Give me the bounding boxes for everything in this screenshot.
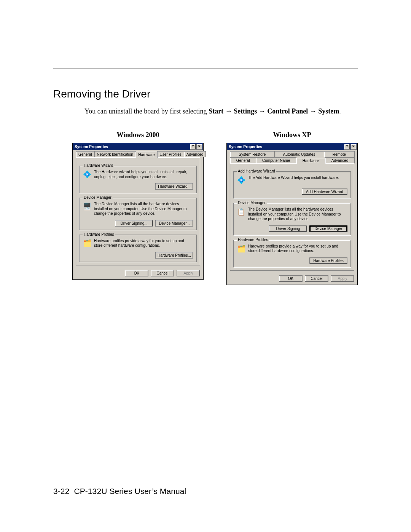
hardware-wizard-group: Hardware Wizard 💠 The Hardware wizard he… bbox=[79, 166, 197, 193]
manual-title: CP-132U Series User’s Manual bbox=[74, 487, 186, 495]
hardware-profiles-text: Hardware profiles provide a way for you … bbox=[94, 239, 193, 248]
btn-label: Driver Signing bbox=[276, 227, 300, 231]
btn-label: Hardware Wizard... bbox=[158, 184, 191, 189]
driver-signing-button[interactable]: Driver Signing... bbox=[115, 220, 153, 227]
group-label: Hardware Profiles bbox=[83, 232, 115, 236]
intro-before: You can uninstall the board by first sel… bbox=[84, 107, 209, 115]
btn-label: Cancel bbox=[156, 271, 168, 275]
tab-automatic-updates[interactable]: Automatic Updates bbox=[274, 151, 324, 157]
window-title: System Properties bbox=[229, 145, 262, 149]
tab-user-profiles[interactable]: User Profiles bbox=[157, 151, 184, 157]
btn-label: Device Manager bbox=[315, 227, 342, 231]
page-footer: 3-22 CP-132U Series User’s Manual bbox=[53, 487, 186, 496]
help-button[interactable]: ? bbox=[190, 144, 196, 150]
add-hardware-wizard-icon: 💠 bbox=[237, 176, 246, 185]
group-label: Hardware Profiles bbox=[237, 238, 269, 242]
device-manager-icon: 📋 bbox=[237, 207, 246, 216]
hardware-profiles-text: Hardware profiles provide a way for you … bbox=[248, 244, 347, 254]
tab-computer-name[interactable]: Computer Name bbox=[256, 157, 296, 163]
apply-button[interactable]: Apply bbox=[177, 270, 200, 276]
device-manager-text: The Device Manager lists all the hardwar… bbox=[248, 207, 347, 222]
label-windows-xp: Windows XP bbox=[226, 131, 358, 139]
btn-label: Add Hardware Wizard bbox=[306, 190, 343, 194]
page-number: 3-22 bbox=[53, 487, 69, 495]
add-hardware-wizard-text: The Add Hardware Wizard helps you instal… bbox=[248, 176, 339, 185]
btn-label: Hardware Profiles... bbox=[158, 253, 191, 257]
driver-signing-button[interactable]: Driver Signing bbox=[269, 225, 307, 232]
ok-button[interactable]: OK bbox=[125, 270, 148, 276]
btn-label: Cancel bbox=[311, 276, 322, 281]
tab-remote[interactable]: Remote bbox=[324, 151, 355, 157]
hardware-profiles-icon: 🗂️ bbox=[83, 239, 92, 248]
tab-advanced[interactable]: Advanced bbox=[325, 157, 355, 163]
device-manager-button[interactable]: Device Manager bbox=[309, 225, 347, 232]
arrow-icon: → bbox=[259, 107, 268, 115]
add-hardware-wizard-group: Add Hardware Wizard 💠 The Add Hardware W… bbox=[233, 171, 351, 198]
nav-start: Start bbox=[209, 107, 223, 115]
close-button[interactable]: ✕ bbox=[350, 144, 357, 150]
cancel-button[interactable]: Cancel bbox=[305, 275, 328, 282]
hardware-wizard-button[interactable]: Hardware Wizard... bbox=[155, 183, 193, 190]
hardware-profiles-group: Hardware Profiles 🗂️ Hardware profiles p… bbox=[233, 240, 351, 267]
group-label: Hardware Wizard bbox=[83, 163, 114, 168]
page-rule bbox=[53, 69, 358, 69]
tab-hardware[interactable]: Hardware bbox=[135, 152, 157, 158]
close-button[interactable]: ✕ bbox=[196, 144, 202, 150]
device-manager-icon: 🖥️ bbox=[83, 202, 92, 211]
hardware-profiles-button[interactable]: Hardware Profiles... bbox=[155, 252, 193, 259]
titlebar: System Properties ? ✕ bbox=[227, 143, 357, 150]
btn-label: Driver Signing... bbox=[120, 221, 147, 225]
tab-network-identification[interactable]: Network Identification bbox=[94, 151, 136, 157]
add-hardware-wizard-button[interactable]: Add Hardware Wizard bbox=[302, 189, 347, 195]
intro-paragraph: You can uninstall the board by first sel… bbox=[84, 107, 358, 116]
cancel-button[interactable]: Cancel bbox=[151, 270, 174, 276]
arrow-icon: → bbox=[310, 107, 319, 115]
section-title: Removing the Driver bbox=[53, 88, 358, 100]
hardware-profiles-group: Hardware Profiles 🗂️ Hardware profiles p… bbox=[79, 235, 197, 262]
device-manager-group: Device Manager 🖥️ The Device Manager lis… bbox=[79, 198, 197, 230]
device-manager-button[interactable]: Device Manager... bbox=[155, 220, 193, 227]
intro-period: . bbox=[339, 107, 341, 115]
label-windows-2000: Windows 2000 bbox=[72, 131, 204, 139]
hardware-tab-panel: Add Hardware Wizard 💠 The Add Hardware W… bbox=[230, 163, 354, 271]
hardware-wizard-text: The Hardware wizard helps you install, u… bbox=[94, 170, 193, 179]
apply-button[interactable]: Apply bbox=[331, 275, 354, 282]
group-label: Add Hardware Wizard bbox=[237, 169, 276, 173]
ok-button[interactable]: OK bbox=[279, 275, 303, 282]
tab-advanced[interactable]: Advanced bbox=[184, 151, 206, 157]
btn-label: Device Manager... bbox=[159, 221, 190, 225]
tab-general[interactable]: General bbox=[230, 157, 256, 163]
btn-label: Hardware Profiles bbox=[313, 259, 343, 263]
tab-system-restore[interactable]: System Restore bbox=[230, 151, 275, 157]
help-button[interactable]: ? bbox=[344, 144, 350, 150]
nav-system: System bbox=[318, 107, 339, 115]
nav-settings: Settings bbox=[234, 107, 257, 115]
device-manager-text: The Device Manager lists all the hardwar… bbox=[94, 202, 193, 216]
btn-label: OK bbox=[134, 271, 139, 275]
hardware-tab-panel: Hardware Wizard 💠 The Hardware wizard he… bbox=[76, 158, 200, 265]
titlebar: System Properties ? ✕ bbox=[73, 143, 203, 150]
btn-label: Apply bbox=[183, 271, 193, 275]
hardware-profiles-button[interactable]: Hardware Profiles bbox=[309, 257, 347, 264]
group-label: Device Manager bbox=[237, 201, 267, 205]
group-label: Device Manager bbox=[83, 195, 113, 200]
btn-label: OK bbox=[288, 276, 293, 281]
tab-general[interactable]: General bbox=[76, 151, 95, 157]
hardware-wizard-icon: 💠 bbox=[83, 170, 92, 179]
system-properties-window-win2000: System Properties ? ✕ General Network Id… bbox=[72, 143, 204, 280]
system-properties-window-winxp: System Properties ? ✕ System Restore Aut… bbox=[226, 143, 358, 285]
nav-control-panel: Control Panel bbox=[267, 107, 308, 115]
tab-hardware[interactable]: Hardware bbox=[296, 158, 325, 164]
window-title: System Properties bbox=[75, 145, 108, 149]
device-manager-group: Device Manager 📋 The Device Manager list… bbox=[233, 203, 351, 235]
arrow-icon: → bbox=[225, 107, 234, 115]
hardware-profiles-icon: 🗂️ bbox=[237, 244, 246, 253]
btn-label: Apply bbox=[338, 276, 347, 281]
